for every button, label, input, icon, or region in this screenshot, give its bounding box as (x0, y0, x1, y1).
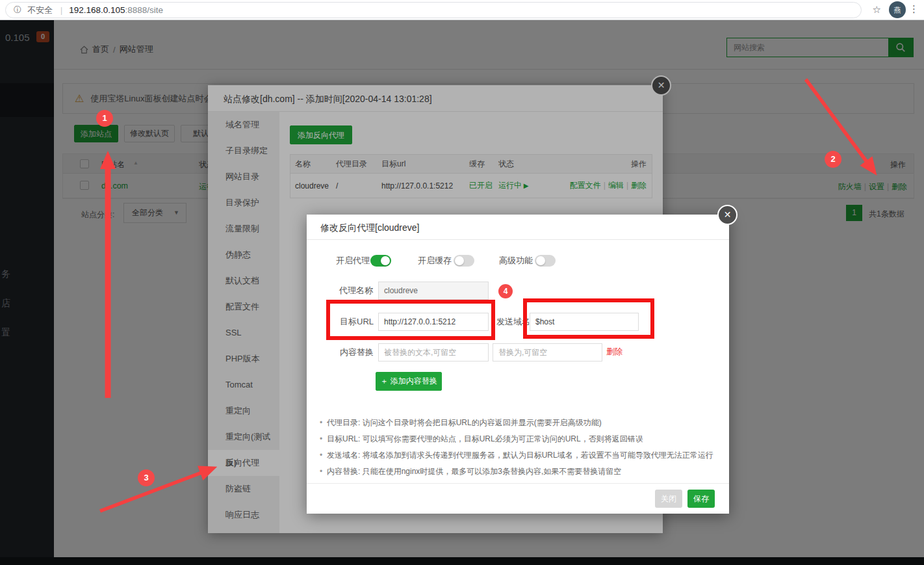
annotation-step-1: 1 (96, 110, 113, 127)
enable-cache-toggle[interactable] (454, 255, 474, 267)
replace-to-input[interactable] (493, 343, 602, 361)
help-item: 代理目录: 访问这个目录时将会把目标URL的内容返回并显示(需要开启高级功能) (320, 415, 713, 431)
content-replace-label: 内容替换 (340, 343, 374, 361)
help-item: 内容替换: 只能在使用nginx时提供，最多可以添加3条替换内容,如果不需要替换… (320, 464, 713, 480)
help-item: 发送域名: 将域名添加到请求头传递到代理服务器，默认为目标URL域名，若设置不当… (320, 447, 713, 464)
enable-proxy-toggle[interactable] (370, 255, 391, 267)
security-label: 不安全 (27, 5, 53, 16)
annotation-step-2: 2 (825, 151, 841, 168)
annotation-box-target-url (326, 300, 495, 340)
modal-divider (307, 239, 729, 240)
address-divider: | (60, 6, 62, 15)
proxy-modal-title: 修改反向代理[cloudreve] (320, 222, 419, 234)
proxy-name-input[interactable] (378, 282, 489, 300)
close-button[interactable]: 关闭 (655, 490, 682, 508)
address-bar[interactable]: ⓘ 不安全 | 192.168.0.105:8888/site (5, 2, 862, 18)
browser-chrome: ⓘ 不安全 | 192.168.0.105:8888/site ☆ 燕 ⋮ (0, 0, 924, 20)
enable-proxy-label: 开启代理 (336, 252, 370, 270)
annotation-box-send-domain (523, 298, 654, 339)
proxy-name-label: 代理名称 (339, 282, 373, 300)
bookmark-star-icon[interactable]: ☆ (873, 4, 881, 16)
browser-menu-icon[interactable]: ⋮ (909, 3, 919, 15)
proxy-help-list: 代理目录: 访问这个目录时将会把目标URL的内容返回并显示(需要开启高级功能)目… (320, 415, 713, 480)
plus-icon: ＋ (380, 376, 390, 386)
enable-cache-label: 开启缓存 (418, 252, 452, 270)
advanced-toggle[interactable] (535, 255, 556, 267)
advanced-label: 高级功能 (499, 252, 533, 270)
annotation-step-3: 3 (138, 469, 155, 486)
help-item: 目标URL: 可以填写你需要代理的站点，目标URL必须为可正常访问的URL，否则… (320, 431, 713, 447)
delete-replace-link[interactable]: 删除 (606, 347, 622, 358)
replace-from-input[interactable] (378, 343, 489, 361)
footer-divider (307, 483, 729, 484)
info-icon[interactable]: ⓘ (14, 5, 21, 16)
browser-avatar[interactable]: 燕 (889, 1, 906, 18)
close-icon[interactable]: ✕ (717, 205, 738, 225)
annotation-step-4: 4 (498, 284, 513, 298)
edit-reverse-proxy-modal: 修改反向代理[cloudreve] ✕ 开启代理 开启缓存 高级功能 代理名称 … (307, 215, 729, 514)
url-text: 192.168.0.105:8888/site (69, 5, 163, 15)
save-button[interactable]: 保存 (687, 490, 715, 508)
add-content-replace-button[interactable]: ＋ 添加内容替换 (376, 372, 442, 391)
